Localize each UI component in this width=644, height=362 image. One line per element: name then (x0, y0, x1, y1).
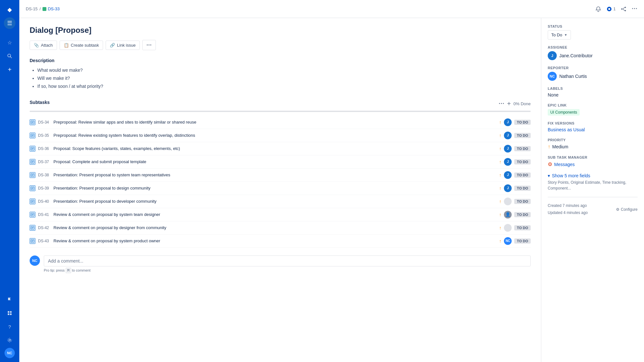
attach-button[interactable]: 📎 Attach (30, 41, 57, 50)
meta-row: Created 7 minutes ago Updated 4 minutes … (548, 202, 638, 216)
assignee-avatar: J (504, 184, 512, 192)
svg-rect-2 (8, 311, 9, 313)
assignee-avatar: J (548, 51, 557, 60)
priority-icon: ↑ (499, 225, 501, 230)
status-badge[interactable]: TO DO (514, 238, 531, 244)
table-row[interactable]: DS-39 Presentation: Present proposal to … (30, 182, 531, 195)
subtask-title[interactable]: Proposal: Scope features (variants, stat… (53, 146, 497, 151)
subtasks-add-icon[interactable]: + (507, 100, 511, 107)
assignee-avatar: NC (504, 237, 512, 245)
share-button[interactable] (621, 6, 627, 12)
assignee-avatar: J (504, 145, 512, 153)
right-panel: STATUS To Do ▼ ASSIGNEE J Jane.Contribut… (541, 18, 644, 362)
subtask-title[interactable]: Preproposal: Review similar apps and sit… (53, 120, 497, 125)
reporter-avatar: NC (548, 72, 557, 81)
more-actions-button[interactable]: ··· (142, 40, 156, 50)
status-badge[interactable]: TO DO (514, 186, 531, 191)
description-item-1: What would we make? (37, 66, 531, 74)
sidebar-home-icon[interactable]: ◆ (4, 4, 15, 15)
status-label: STATUS (548, 24, 638, 28)
status-chevron-icon: ▼ (564, 33, 567, 37)
labels-value[interactable]: None (548, 92, 638, 97)
status-dropdown[interactable]: To Do ▼ (548, 30, 571, 40)
show-more-field: ▾ Show 5 more fields Story Points, Origi… (548, 173, 638, 191)
table-row[interactable]: DS-38 Presentation: Present proposal to … (30, 169, 531, 182)
subtasks-progress-bar (30, 111, 531, 112)
subtask-id: DS-41 (38, 212, 51, 217)
assignee-name: Jane.Contributor (559, 53, 593, 58)
sidebar-menu-button[interactable]: ☰ (4, 17, 15, 29)
notify-button[interactable] (595, 6, 601, 12)
subtasks-more-icon[interactable]: ··· (499, 100, 505, 107)
sidebar-apps-icon[interactable] (4, 307, 15, 319)
sidebar-create-icon[interactable]: + (4, 64, 15, 75)
subtask-title[interactable]: Review & comment on proposal by system t… (53, 212, 497, 217)
breadcrumb-parent[interactable]: DS-15 (26, 6, 38, 11)
status-badge[interactable]: TO DO (514, 212, 531, 217)
created-text: Created 7 minutes ago (548, 202, 588, 209)
subtask-title[interactable]: Proposal: Complete and submit proposal t… (53, 159, 497, 164)
status-badge[interactable]: TO DO (514, 159, 531, 164)
assignee-label: ASSIGNEE (548, 45, 638, 49)
table-row[interactable]: DS-37 Proposal: Complete and submit prop… (30, 155, 531, 169)
svg-rect-3 (10, 311, 12, 313)
status-badge[interactable]: TO DO (514, 199, 531, 204)
configure-button[interactable]: ⚙ Configure (616, 207, 638, 212)
assignee-row[interactable]: J Jane.Contributor (548, 51, 638, 60)
priority-icon: ↑ (499, 120, 501, 125)
subtask-title[interactable]: Presentation: Present proposal to design… (53, 186, 497, 190)
table-row[interactable]: DS-36 Proposal: Scope features (variants… (30, 142, 531, 155)
show-more-button[interactable]: ▾ Show 5 more fields (548, 173, 638, 178)
sidebar-settings-icon[interactable] (4, 334, 15, 346)
status-badge[interactable]: TO DO (514, 225, 531, 230)
epic-link-value[interactable]: UI Components (548, 109, 580, 116)
subtask-title[interactable]: Preproposal: Review existing system feat… (53, 133, 497, 138)
subtask-title[interactable]: Review & comment on proposal by system p… (53, 238, 497, 243)
comment-input[interactable]: Add a comment... (44, 255, 531, 266)
status-badge[interactable]: TO DO (514, 172, 531, 178)
table-row[interactable]: DS-43 Review & comment on proposal by sy… (30, 235, 531, 248)
action-bar: 📎 Attach 📋 Create subtask 🔗 Link issue ·… (30, 40, 531, 50)
table-row[interactable]: DS-41 Review & comment on proposal by sy… (30, 208, 531, 221)
updated-text: Updated 4 minutes ago (548, 209, 588, 217)
sidebar-user-avatar[interactable]: NC (5, 348, 15, 358)
status-badge[interactable]: TO DO (514, 133, 531, 138)
subtask-id: DS-39 (38, 186, 51, 190)
priority-up-icon: ↑ (548, 144, 550, 150)
reporter-row[interactable]: NC Nathan Curtis (548, 72, 638, 81)
subtask-type-icon (30, 225, 35, 231)
subtask-id: DS-43 (38, 239, 51, 243)
priority-row[interactable]: ↑ Medium (548, 144, 638, 150)
subtask-id: DS-38 (38, 173, 51, 177)
subtask-id: DS-37 (38, 160, 51, 164)
link-issue-button[interactable]: 🔗 Link issue (106, 41, 140, 50)
more-options-button[interactable]: ··· (632, 5, 638, 12)
subtask-type-icon (30, 199, 35, 204)
subtask-type-icon (30, 212, 35, 218)
sidebar-help-icon[interactable]: ? (4, 321, 15, 332)
subtask-title[interactable]: Presentation: Present proposal to system… (53, 172, 497, 177)
labels-label: LABELS (548, 87, 638, 90)
status-badge[interactable]: TO DO (514, 120, 531, 125)
table-row[interactable]: DS-42 Review & comment on proposal by de… (30, 221, 531, 235)
create-subtask-button[interactable]: 📋 Create subtask (60, 41, 103, 50)
description-item-3: If so, how soon / at what priority? (37, 82, 531, 90)
subtask-title[interactable]: Presentation: Present proposal to develo… (53, 199, 497, 204)
table-row[interactable]: DS-40 Presentation: Present proposal to … (30, 195, 531, 208)
subtask-manager-row[interactable]: ⚙ Messages (548, 161, 638, 167)
table-row[interactable]: DS-34 Preproposal: Review similar apps a… (30, 116, 531, 129)
sidebar-flag-icon[interactable] (4, 294, 15, 305)
subtask-manager-value[interactable]: Messages (554, 162, 575, 167)
assignee-avatar: 👤 (504, 211, 512, 218)
table-row[interactable]: DS-35 Preproposal: Review existing syste… (30, 129, 531, 142)
sidebar-search-icon[interactable] (4, 50, 15, 62)
subtasks-list: DS-34 Preproposal: Review similar apps a… (30, 116, 531, 248)
topbar-actions: 1 ··· (595, 5, 638, 12)
watch-button[interactable]: 1 (606, 6, 616, 12)
subtask-title[interactable]: Review & comment on proposal by designer… (53, 225, 497, 230)
status-badge[interactable]: TO DO (514, 146, 531, 151)
assignee-avatar: J (504, 132, 512, 139)
sidebar-star-icon[interactable]: ☆ (4, 37, 15, 48)
fix-versions-value[interactable]: Business as Usual (548, 127, 585, 132)
assignee-field: ASSIGNEE J Jane.Contributor (548, 45, 638, 60)
